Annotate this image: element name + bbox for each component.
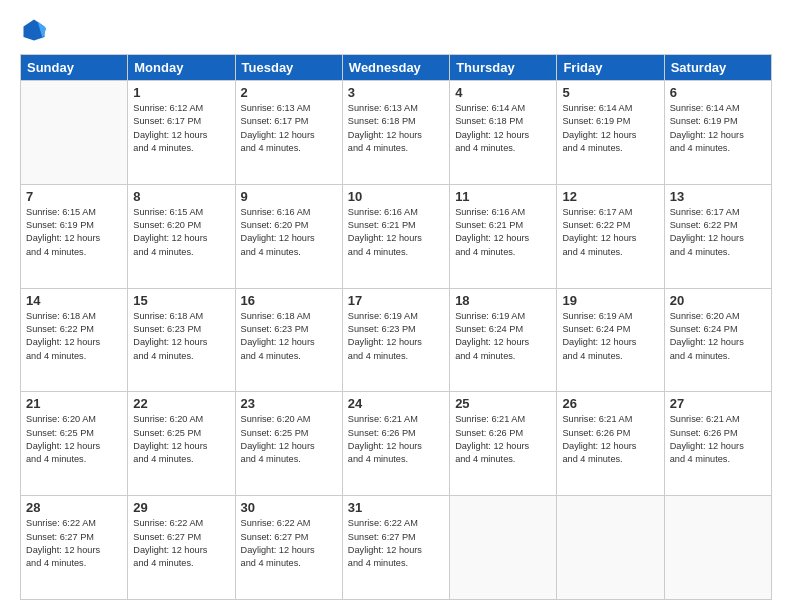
day-info: Sunrise: 6:22 AMSunset: 6:27 PMDaylight:… — [241, 517, 337, 570]
weekday-header-row: SundayMondayTuesdayWednesdayThursdayFrid… — [21, 55, 772, 81]
header — [20, 16, 772, 44]
day-number: 31 — [348, 500, 444, 515]
calendar-cell: 19Sunrise: 6:19 AMSunset: 6:24 PMDayligh… — [557, 288, 664, 392]
calendar-cell: 28Sunrise: 6:22 AMSunset: 6:27 PMDayligh… — [21, 496, 128, 600]
week-row-1: 1Sunrise: 6:12 AMSunset: 6:17 PMDaylight… — [21, 81, 772, 185]
day-info: Sunrise: 6:22 AMSunset: 6:27 PMDaylight:… — [133, 517, 229, 570]
day-info: Sunrise: 6:21 AMSunset: 6:26 PMDaylight:… — [348, 413, 444, 466]
weekday-header-friday: Friday — [557, 55, 664, 81]
calendar-cell: 23Sunrise: 6:20 AMSunset: 6:25 PMDayligh… — [235, 392, 342, 496]
calendar-cell — [21, 81, 128, 185]
day-info: Sunrise: 6:18 AMSunset: 6:22 PMDaylight:… — [26, 310, 122, 363]
calendar-cell: 3Sunrise: 6:13 AMSunset: 6:18 PMDaylight… — [342, 81, 449, 185]
calendar-cell: 26Sunrise: 6:21 AMSunset: 6:26 PMDayligh… — [557, 392, 664, 496]
day-info: Sunrise: 6:15 AMSunset: 6:20 PMDaylight:… — [133, 206, 229, 259]
calendar-cell: 15Sunrise: 6:18 AMSunset: 6:23 PMDayligh… — [128, 288, 235, 392]
weekday-header-sunday: Sunday — [21, 55, 128, 81]
calendar-cell: 18Sunrise: 6:19 AMSunset: 6:24 PMDayligh… — [450, 288, 557, 392]
day-number: 5 — [562, 85, 658, 100]
calendar-cell: 5Sunrise: 6:14 AMSunset: 6:19 PMDaylight… — [557, 81, 664, 185]
day-info: Sunrise: 6:16 AMSunset: 6:21 PMDaylight:… — [455, 206, 551, 259]
day-info: Sunrise: 6:20 AMSunset: 6:24 PMDaylight:… — [670, 310, 766, 363]
calendar-cell: 8Sunrise: 6:15 AMSunset: 6:20 PMDaylight… — [128, 184, 235, 288]
calendar-cell — [450, 496, 557, 600]
weekday-header-wednesday: Wednesday — [342, 55, 449, 81]
day-number: 18 — [455, 293, 551, 308]
day-info: Sunrise: 6:19 AMSunset: 6:23 PMDaylight:… — [348, 310, 444, 363]
day-info: Sunrise: 6:18 AMSunset: 6:23 PMDaylight:… — [133, 310, 229, 363]
day-number: 14 — [26, 293, 122, 308]
day-number: 26 — [562, 396, 658, 411]
day-number: 25 — [455, 396, 551, 411]
day-info: Sunrise: 6:15 AMSunset: 6:19 PMDaylight:… — [26, 206, 122, 259]
day-number: 29 — [133, 500, 229, 515]
logo-icon — [20, 16, 48, 44]
day-info: Sunrise: 6:21 AMSunset: 6:26 PMDaylight:… — [670, 413, 766, 466]
day-info: Sunrise: 6:13 AMSunset: 6:18 PMDaylight:… — [348, 102, 444, 155]
day-info: Sunrise: 6:14 AMSunset: 6:18 PMDaylight:… — [455, 102, 551, 155]
day-info: Sunrise: 6:14 AMSunset: 6:19 PMDaylight:… — [562, 102, 658, 155]
day-number: 10 — [348, 189, 444, 204]
weekday-header-thursday: Thursday — [450, 55, 557, 81]
day-info: Sunrise: 6:20 AMSunset: 6:25 PMDaylight:… — [133, 413, 229, 466]
day-info: Sunrise: 6:19 AMSunset: 6:24 PMDaylight:… — [562, 310, 658, 363]
day-info: Sunrise: 6:17 AMSunset: 6:22 PMDaylight:… — [562, 206, 658, 259]
day-number: 23 — [241, 396, 337, 411]
calendar-cell: 6Sunrise: 6:14 AMSunset: 6:19 PMDaylight… — [664, 81, 771, 185]
calendar-cell — [664, 496, 771, 600]
day-number: 20 — [670, 293, 766, 308]
day-number: 21 — [26, 396, 122, 411]
calendar-cell: 14Sunrise: 6:18 AMSunset: 6:22 PMDayligh… — [21, 288, 128, 392]
day-number: 12 — [562, 189, 658, 204]
calendar-cell: 10Sunrise: 6:16 AMSunset: 6:21 PMDayligh… — [342, 184, 449, 288]
day-number: 28 — [26, 500, 122, 515]
day-info: Sunrise: 6:13 AMSunset: 6:17 PMDaylight:… — [241, 102, 337, 155]
day-number: 15 — [133, 293, 229, 308]
day-number: 6 — [670, 85, 766, 100]
day-number: 19 — [562, 293, 658, 308]
day-number: 9 — [241, 189, 337, 204]
day-info: Sunrise: 6:18 AMSunset: 6:23 PMDaylight:… — [241, 310, 337, 363]
day-info: Sunrise: 6:20 AMSunset: 6:25 PMDaylight:… — [26, 413, 122, 466]
calendar-cell: 25Sunrise: 6:21 AMSunset: 6:26 PMDayligh… — [450, 392, 557, 496]
day-info: Sunrise: 6:21 AMSunset: 6:26 PMDaylight:… — [455, 413, 551, 466]
weekday-header-monday: Monday — [128, 55, 235, 81]
day-number: 2 — [241, 85, 337, 100]
day-info: Sunrise: 6:21 AMSunset: 6:26 PMDaylight:… — [562, 413, 658, 466]
weekday-header-tuesday: Tuesday — [235, 55, 342, 81]
calendar-cell: 20Sunrise: 6:20 AMSunset: 6:24 PMDayligh… — [664, 288, 771, 392]
day-number: 3 — [348, 85, 444, 100]
day-number: 27 — [670, 396, 766, 411]
day-info: Sunrise: 6:19 AMSunset: 6:24 PMDaylight:… — [455, 310, 551, 363]
calendar-cell: 13Sunrise: 6:17 AMSunset: 6:22 PMDayligh… — [664, 184, 771, 288]
week-row-4: 21Sunrise: 6:20 AMSunset: 6:25 PMDayligh… — [21, 392, 772, 496]
calendar-cell: 21Sunrise: 6:20 AMSunset: 6:25 PMDayligh… — [21, 392, 128, 496]
day-info: Sunrise: 6:16 AMSunset: 6:21 PMDaylight:… — [348, 206, 444, 259]
calendar-cell: 2Sunrise: 6:13 AMSunset: 6:17 PMDaylight… — [235, 81, 342, 185]
logo — [20, 16, 52, 44]
day-info: Sunrise: 6:22 AMSunset: 6:27 PMDaylight:… — [348, 517, 444, 570]
calendar-cell: 27Sunrise: 6:21 AMSunset: 6:26 PMDayligh… — [664, 392, 771, 496]
day-info: Sunrise: 6:20 AMSunset: 6:25 PMDaylight:… — [241, 413, 337, 466]
calendar-cell: 22Sunrise: 6:20 AMSunset: 6:25 PMDayligh… — [128, 392, 235, 496]
calendar-cell: 16Sunrise: 6:18 AMSunset: 6:23 PMDayligh… — [235, 288, 342, 392]
day-number: 11 — [455, 189, 551, 204]
calendar-cell: 30Sunrise: 6:22 AMSunset: 6:27 PMDayligh… — [235, 496, 342, 600]
day-number: 4 — [455, 85, 551, 100]
day-number: 22 — [133, 396, 229, 411]
day-number: 17 — [348, 293, 444, 308]
day-info: Sunrise: 6:17 AMSunset: 6:22 PMDaylight:… — [670, 206, 766, 259]
calendar-cell — [557, 496, 664, 600]
page: SundayMondayTuesdayWednesdayThursdayFrid… — [0, 0, 792, 612]
calendar-cell: 24Sunrise: 6:21 AMSunset: 6:26 PMDayligh… — [342, 392, 449, 496]
calendar-cell: 7Sunrise: 6:15 AMSunset: 6:19 PMDaylight… — [21, 184, 128, 288]
weekday-header-saturday: Saturday — [664, 55, 771, 81]
calendar-cell: 1Sunrise: 6:12 AMSunset: 6:17 PMDaylight… — [128, 81, 235, 185]
week-row-3: 14Sunrise: 6:18 AMSunset: 6:22 PMDayligh… — [21, 288, 772, 392]
day-number: 8 — [133, 189, 229, 204]
day-info: Sunrise: 6:22 AMSunset: 6:27 PMDaylight:… — [26, 517, 122, 570]
day-info: Sunrise: 6:16 AMSunset: 6:20 PMDaylight:… — [241, 206, 337, 259]
calendar-cell: 9Sunrise: 6:16 AMSunset: 6:20 PMDaylight… — [235, 184, 342, 288]
week-row-2: 7Sunrise: 6:15 AMSunset: 6:19 PMDaylight… — [21, 184, 772, 288]
day-number: 16 — [241, 293, 337, 308]
